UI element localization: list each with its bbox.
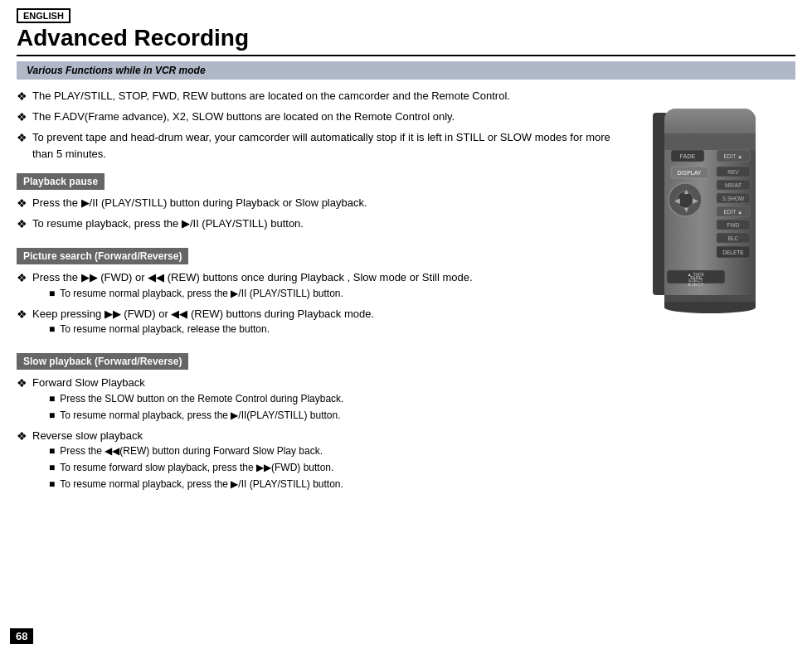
slow-bullet-1: ❖ Forward Slow Playback ■ Press the SLOW… [17,375,613,424]
search-bullet-2: ❖ Keep pressing ▶▶ (FWD) or ◀◀ (REW) but… [17,306,613,339]
svg-text:EDIT ▲: EDIT ▲ [724,209,743,215]
text-column: ❖ The PLAY/STILL, STOP, FWD, REW buttons… [17,88,630,500]
slow-sub-1b: ■ To resume normal playback, press the ▶… [32,408,613,423]
slow-sub-2b-text: To resume forward slow playback, press t… [60,460,613,475]
playback-bullet-1: ❖ Press the ▶/II (PLAY/STILL) button dur… [17,195,613,212]
section-picture-search: Picture search (Forward/Reverse) ❖ Press… [17,240,613,338]
remote-control-image: FADE EDIT ▲ DISPLAY REV MR/AF S.SHO [646,104,779,320]
svg-text:▼: ▼ [683,206,690,214]
svg-text:DELETE: DELETE [722,249,744,255]
sub-bullet-symbol: ■ [49,322,55,337]
playback-bullet-2: ❖ To resume playback, press the ▶/II (PL… [17,216,613,233]
section-slow-playback: Slow playback (Forward/Reverse) ❖ Forwar… [17,345,613,493]
svg-text:FADE: FADE [680,153,696,159]
bullet-symbol: ❖ [17,216,27,233]
search-bullet-1-text: Press the ▶▶ (FWD) or ◀◀ (REW) buttons o… [32,271,473,283]
image-column: FADE EDIT ▲ DISPLAY REV MR/AF S.SHO [630,88,795,500]
page-title: Advanced Recording [17,25,795,56]
svg-point-37 [664,302,756,313]
section-picture-search-header: Picture search (Forward/Reverse) [17,248,188,264]
search-sub-2-text: To resume normal playback, release the b… [60,322,613,337]
svg-text:MR/AF: MR/AF [725,182,741,188]
page-number: 68 [10,628,33,644]
playback-bullet-1-text: Press the ▶/II (PLAY/STILL) button durin… [32,195,613,211]
svg-text:▲: ▲ [683,187,690,196]
page: ENGLISH Advanced Recording Various Funct… [0,0,812,654]
intro-bullet-1-text: The PLAY/STILL, STOP, FWD, REW buttons a… [32,88,613,104]
slow-sub-2c: ■ To resume normal playback, press the ▶… [32,477,613,492]
sub-bullet-symbol: ■ [49,443,55,458]
slow-sub-2a-text: Press the ◀◀(REW) button during Forward … [60,443,613,458]
svg-text:S.SHOW: S.SHOW [722,196,745,201]
bullet-symbol: ❖ [17,269,27,287]
bullet-symbol: ❖ [17,109,27,126]
search-sub-2: ■ To resume normal playback, release the… [32,322,613,337]
search-sub-1-text: To resume normal playback, press the ▶/I… [60,286,613,301]
main-content: ❖ The PLAY/STILL, STOP, FWD, REW buttons… [0,88,812,500]
section-slow-playback-header: Slow playback (Forward/Reverse) [17,353,188,370]
bullet-symbol: ❖ [17,375,27,392]
bullet-symbol: ❖ [17,306,27,323]
sub-bullet-symbol: ■ [49,286,55,301]
slow-sub-1a-text: Press the SLOW button on the Remote Cont… [60,391,613,406]
svg-text:◀: ◀ [674,196,680,205]
sub-bullet-symbol: ■ [49,391,55,406]
bullet-symbol: ❖ [17,428,27,445]
bullet-symbol: ❖ [17,88,27,105]
svg-rect-3 [664,133,756,150]
search-bullet-2-text: Keep pressing ▶▶ (FWD) or ◀◀ (REW) butto… [32,308,374,320]
section-banner: Various Functions while in VCR mode [17,61,795,80]
svg-text:FWD: FWD [727,222,740,228]
slow-sub-1b-text: To resume normal playback, press the ▶/I… [60,408,613,423]
slow-bullet-2-text: Reverse slow playback [32,429,143,442]
svg-text:DISPLAY: DISPLAY [677,170,701,176]
sub-bullet-symbol: ■ [49,477,55,492]
svg-text:EDIT ▲: EDIT ▲ [724,153,743,159]
sub-bullet-symbol: ■ [49,460,55,475]
svg-text:REV: REV [727,169,739,175]
intro-bullet-3-text: To prevent tape and head-drum wear, your… [32,129,613,162]
section-playback-pause: Playback pause ❖ Press the ▶/II (PLAY/ST… [17,165,613,233]
svg-text:▲ TAPE: ▲ TAPE [688,272,705,277]
intro-bullet-3: ❖ To prevent tape and head-drum wear, yo… [17,129,613,162]
playback-bullet-2-text: To resume playback, press the ▶/II (PLAY… [32,216,613,232]
svg-text:BLC: BLC [728,235,739,241]
svg-text:EJECT: EJECT [688,278,703,283]
slow-bullet-2: ❖ Reverse slow playback ■ Press the ◀◀(R… [17,428,613,494]
slow-sub-2a: ■ Press the ◀◀(REW) button during Forwar… [32,443,613,458]
intro-bullet-1: ❖ The PLAY/STILL, STOP, FWD, REW buttons… [17,88,613,105]
bullet-symbol: ❖ [17,129,27,147]
search-sub-1: ■ To resume normal playback, press the ▶… [32,286,613,301]
remote-control-svg: FADE EDIT ▲ DISPLAY REV MR/AF S.SHO [646,104,775,316]
slow-bullet-1-text: Forward Slow Playback [32,376,145,389]
language-badge: ENGLISH [17,8,71,23]
svg-text:▶: ▶ [693,196,698,205]
intro-bullet-2: ❖ The F.ADV(Frame advance), X2, SLOW but… [17,109,613,126]
slow-sub-2c-text: To resume normal playback, press the ▶/I… [60,477,613,492]
bullet-symbol: ❖ [17,195,27,212]
section-playback-pause-header: Playback pause [17,173,105,190]
slow-sub-2b: ■ To resume forward slow playback, press… [32,460,613,475]
sub-bullet-symbol: ■ [49,408,55,423]
search-bullet-1: ❖ Press the ▶▶ (FWD) or ◀◀ (REW) buttons… [17,269,613,303]
intro-bullet-2-text: The F.ADV(Frame advance), X2, SLOW butto… [32,109,613,125]
slow-sub-1a: ■ Press the SLOW button on the Remote Co… [32,391,613,406]
